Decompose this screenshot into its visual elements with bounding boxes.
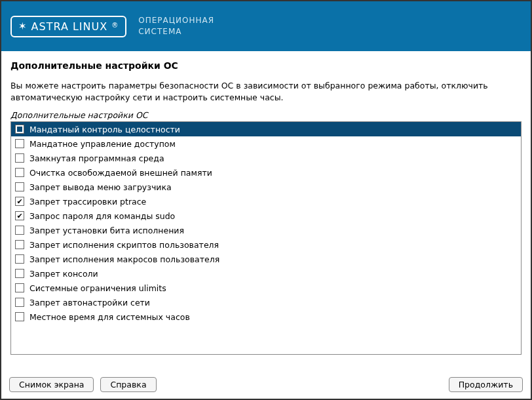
option-label: Запрет исполнения скриптов пользователя	[29, 240, 219, 250]
checkbox-icon[interactable]: ✔	[15, 182, 24, 191]
option-row[interactable]: ✔Мандатное управление доступом	[11, 136, 521, 151]
options-list: Мандатный контроль целостности✔Мандатное…	[10, 121, 522, 355]
option-label: Запрет исполнения макросов пользователя	[29, 254, 219, 264]
checkbox-icon[interactable]	[15, 125, 24, 134]
option-row[interactable]: ✔Местное время для системных часов	[11, 310, 521, 324]
checkbox-icon[interactable]: ✔	[15, 139, 24, 148]
option-label: Местное время для системных часов	[29, 312, 190, 322]
option-label: Запрет автонастройки сети	[29, 298, 150, 308]
page-title: Дополнительные настройки ОС	[10, 60, 522, 71]
footer-right: Продолжить	[449, 377, 523, 392]
option-label: Замкнутая программная среда	[29, 153, 164, 163]
option-row[interactable]: ✔Запрет автонастройки сети	[11, 295, 521, 310]
option-label: Системные ограничения ulimits	[29, 283, 166, 293]
option-row[interactable]: ✔Очистка освобождаемой внешней памяти	[11, 165, 521, 180]
checkbox-icon[interactable]: ✔	[15, 211, 24, 220]
option-row[interactable]: ✔Запрет установки бита исполнения	[11, 223, 521, 237]
checkbox-icon[interactable]: ✔	[15, 240, 24, 249]
checkbox-icon[interactable]: ✔	[15, 298, 24, 307]
option-row[interactable]: ✔Запрет вывода меню загрузчика	[11, 180, 521, 194]
option-label: Очистка освобождаемой внешней памяти	[29, 168, 212, 178]
logo-text: ASTRA LINUX	[31, 20, 108, 33]
checkbox-icon[interactable]: ✔	[15, 153, 24, 163]
option-row[interactable]: ✔Запрет исполнения скриптов пользователя	[11, 237, 521, 252]
option-label: Мандатное управление доступом	[29, 139, 176, 149]
logo: ✶ ASTRA LINUX ®	[10, 16, 126, 37]
option-row[interactable]: Мандатный контроль целостности	[11, 122, 521, 136]
footer: Снимок экрана Справка Продолжить	[9, 377, 523, 392]
screenshot-button[interactable]: Снимок экрана	[9, 377, 94, 392]
header: ✶ ASTRA LINUX ® ОПЕРАЦИОННАЯ СИСТЕМА	[1, 1, 531, 51]
footer-left: Снимок экрана Справка	[9, 377, 157, 392]
section-label: Дополнительные настройки ОС	[10, 110, 522, 120]
option-label: Запрет консоли	[29, 269, 98, 279]
page-description: Вы можете настроить параметры безопаснос…	[10, 80, 522, 104]
header-subtitle-2: СИСТЕМА	[138, 26, 214, 37]
checkbox-icon[interactable]: ✔	[15, 226, 24, 235]
option-label: Запрет трассировки ptrace	[29, 197, 146, 207]
option-row[interactable]: ✔Запрет исполнения макросов пользователя	[11, 252, 521, 266]
checkbox-icon[interactable]: ✔	[15, 312, 24, 321]
header-subtitle-1: ОПЕРАЦИОННАЯ	[138, 15, 214, 26]
logo-suffix: ®	[111, 22, 119, 29]
continue-button[interactable]: Продолжить	[449, 377, 523, 392]
option-row[interactable]: ✔Запрет трассировки ptrace	[11, 194, 521, 209]
content: Дополнительные настройки ОС Вы можете на…	[1, 51, 531, 355]
option-row[interactable]: ✔Запрет консоли	[11, 266, 521, 281]
option-row[interactable]: ✔Запрос пароля для команды sudo	[11, 209, 521, 223]
checkbox-icon[interactable]: ✔	[15, 283, 24, 292]
option-row[interactable]: ✔Замкнутая программная среда	[11, 151, 521, 165]
option-row[interactable]: ✔Системные ограничения ulimits	[11, 281, 521, 295]
checkbox-icon[interactable]: ✔	[15, 197, 24, 206]
star-icon: ✶	[18, 22, 28, 31]
header-subtitle: ОПЕРАЦИОННАЯ СИСТЕМА	[138, 15, 214, 37]
option-label: Запрос пароля для команды sudo	[29, 211, 175, 221]
option-label: Запрет вывода меню загрузчика	[29, 182, 172, 192]
checkbox-icon[interactable]: ✔	[15, 269, 24, 278]
option-label: Запрет установки бита исполнения	[29, 226, 184, 235]
checkbox-icon[interactable]: ✔	[15, 254, 24, 264]
checkbox-icon[interactable]: ✔	[15, 168, 24, 177]
help-button[interactable]: Справка	[100, 377, 156, 392]
option-label: Мандатный контроль целостности	[29, 125, 180, 134]
